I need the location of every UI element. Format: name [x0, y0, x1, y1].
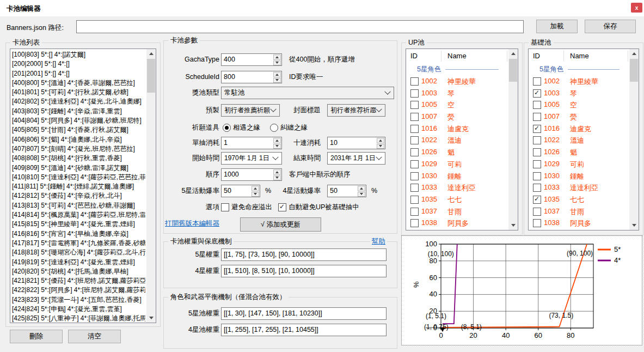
pool-row-checkbox[interactable] — [410, 101, 419, 109]
pool-row-checkbox[interactable] — [410, 208, 419, 216]
ten-cost-spinner[interactable]: 10 — [327, 137, 385, 149]
banner-list-item[interactable]: [400|800] 5*:[溫迪] 4*:[香菱,菲謝爾,芭芭拉] — [12, 78, 145, 88]
pool-row-checkbox[interactable] — [410, 184, 419, 192]
help-link[interactable]: 幫助 — [370, 237, 387, 246]
banner-list-item[interactable]: [418|818] 5*:[珊瑚宮心海] 4*:[蘿莎莉亞,北斗,行秋] — [12, 248, 145, 257]
pool-row-checkbox[interactable] — [533, 208, 541, 216]
gachatype-spinner[interactable]: 400 — [221, 53, 282, 66]
pool-weight4-input[interactable]: [[1, 255], [17, 255], [21, 10455]] — [221, 324, 387, 336]
pool-row-checkbox[interactable] — [410, 125, 419, 133]
banner-list-item[interactable]: [421|821] 5*:[優菈] 4*:[班尼特,諾艾爾,蘿莎莉亞] — [12, 276, 145, 286]
banner-list-item[interactable]: [415|815] 5*:[神里綾華] 4*:[凝光,重雲,煙緋] — [12, 220, 145, 229]
scroll-up-button[interactable] — [508, 49, 518, 58]
rate5-updown[interactable] — [252, 185, 260, 197]
pool-row-checkbox[interactable] — [410, 160, 419, 168]
scheduleid-updown[interactable] — [273, 71, 281, 83]
banner-list-item[interactable]: [408|808] 5*:[胡桃] 4*:[行秋,重雲,香菱] — [12, 154, 145, 163]
pool-row[interactable]: 1029 可莉 — [406, 158, 508, 170]
order-value[interactable]: 1000 — [222, 169, 273, 180]
scroll-down-button[interactable] — [629, 221, 639, 230]
pool-row[interactable]: 1005 空 — [406, 99, 508, 111]
banner-list-item[interactable]: [100|803] 5*:[] 4*:[諾艾爾] — [12, 50, 145, 59]
pool-row[interactable]: 1007 熒 — [529, 111, 629, 123]
ten-cost-updown[interactable] — [377, 137, 385, 149]
banner-list-item[interactable]: [416|816] 5*:[宵宮] 4*:[早柚,迪奧娜,辛焱] — [12, 229, 145, 239]
pool-row[interactable]: 1038 阿貝多 — [529, 217, 629, 229]
pool-row[interactable]: 1003 琴 — [529, 87, 629, 99]
pool-row-checkbox[interactable] — [533, 160, 541, 168]
pool-row-checkbox[interactable] — [410, 219, 419, 227]
cover-title-select[interactable]: 初行者推荐祈愿 — [327, 104, 385, 117]
open-legacy-editor-link[interactable]: 打開舊版本編輯器 — [165, 217, 219, 230]
pool-row[interactable]: 1003 琴 — [406, 87, 508, 99]
pool-row[interactable]: 1016 迪盧克 — [406, 123, 508, 135]
checkbox-avoid-constellation-overflow[interactable] — [221, 203, 229, 211]
pool-row-checkbox[interactable] — [533, 148, 541, 156]
gachatype-updown[interactable] — [273, 54, 281, 65]
pool-row[interactable]: 1026 魈 — [529, 146, 629, 158]
banner-list-item[interactable]: [401|801] 5*:[可莉] 4*:[行秋,諾艾爾,砂糖] — [12, 88, 145, 97]
banner-list-item[interactable]: [403|803] 5*:[鍾離] 4*:[辛焱,雷澤,重雲] — [12, 107, 145, 116]
path-input[interactable] — [76, 20, 524, 33]
rate5-value[interactable]: 50 — [222, 185, 252, 197]
banner-list-scrollbar[interactable] — [146, 49, 156, 323]
up-pool-scrollbar[interactable] — [508, 49, 518, 230]
end-time-picker[interactable]: 2031年 1月 1日 — [327, 152, 385, 165]
scroll-up-button[interactable] — [629, 49, 639, 58]
pool-row-checkbox[interactable] — [533, 125, 541, 133]
pool-row[interactable]: 1037 甘雨 — [406, 205, 508, 217]
pool-row-checkbox[interactable] — [533, 113, 541, 121]
pool-row[interactable]: 1038 阿貝多 — [406, 217, 508, 229]
pool-row[interactable]: 1016 迪盧克 — [529, 123, 629, 135]
pool-row[interactable]: 1029 可莉 — [529, 158, 629, 170]
pool-row-checkbox[interactable] — [410, 172, 419, 180]
pool-row[interactable]: 1030 鍾離 — [406, 170, 508, 182]
pool-row[interactable]: 1005 空 — [529, 99, 629, 111]
rate5-spinner[interactable]: 50 — [221, 185, 260, 197]
scroll-down-button[interactable] — [146, 313, 156, 323]
banner-list-item[interactable]: [413|813] 5*:[可莉] 4*:[芭芭拉,砂糖,菲謝爾] — [12, 201, 145, 210]
pool-row-checkbox[interactable] — [410, 196, 419, 204]
banner-list-item[interactable]: [402|802] 5*:[達達利亞] 4*:[凝光,北斗,迪奧娜] — [12, 97, 145, 106]
banner-list-item[interactable]: [405|805] 5*:[甘雨] 4*:[香菱,行秋,諾艾爾] — [12, 125, 145, 135]
weight5-input[interactable]: [[1, 75], [73, 150], [90, 10000]] — [221, 248, 387, 261]
single-cost-value[interactable]: 1 — [222, 137, 273, 149]
pool-type-select[interactable]: 常駐池 — [221, 87, 394, 99]
pool-row[interactable]: 1002 神里綾華 — [529, 75, 629, 87]
pool-row-checkbox[interactable] — [533, 89, 541, 98]
banner-list-item[interactable]: [407|807] 5*:[刻晴] 4*:[凝光,班尼特,芭芭拉] — [12, 144, 145, 154]
banner-list-item[interactable]: [410|810] 5*:[達達利亞] 4*:[蘿莎莉亞,芭芭拉,菲謝爾] — [12, 173, 145, 182]
scheduleid-spinner[interactable]: 800 — [221, 71, 282, 83]
preset-select[interactable]: 初行者推薦祈願 — [221, 104, 280, 117]
pool-row[interactable]: 1030 鍾離 — [529, 170, 629, 182]
scrollbar-thumb[interactable] — [147, 59, 155, 93]
pool-row-checkbox[interactable] — [533, 101, 541, 109]
pool-row-checkbox[interactable] — [533, 184, 541, 192]
scheduleid-value[interactable]: 800 — [222, 71, 273, 83]
banner-list-item[interactable]: [406|806] 5*:[魈] 4*:[迪奧娜,北斗,辛焱] — [12, 135, 145, 144]
pool-row-checkbox[interactable] — [410, 136, 419, 144]
radio-acquaint-fate[interactable] — [223, 124, 231, 132]
delete-button[interactable]: 刪除 — [10, 330, 63, 343]
order-updown[interactable] — [273, 169, 281, 180]
rate4-spinner[interactable]: 50 — [327, 185, 366, 197]
order-spinner[interactable]: 1000 — [221, 168, 282, 181]
pool-row-checkbox[interactable] — [410, 113, 419, 121]
banner-list-item[interactable]: [423|823] 5*:[荒瀧一斗] 4*:[五郎,芭芭拉,香菱] — [12, 295, 145, 305]
banner-list-item[interactable]: [414|814] 5*:[楓原萬葉] 4*:[蘿莎莉亞,班尼特,雷澤] — [12, 210, 145, 220]
banner-list-item[interactable]: [404|804] 5*:[阿貝多] 4*:[菲謝爾,砂糖,班尼特] — [12, 116, 145, 125]
clear-button[interactable]: 清空 — [68, 330, 121, 343]
pool-row-checkbox[interactable] — [533, 196, 541, 204]
load-button[interactable]: 加載 — [536, 20, 578, 33]
banner-list-item[interactable]: [422|822] 5*:[阿貝多] 4*:[班尼特,諾艾爾,蘿莎莉亞] — [12, 286, 145, 295]
banner-list-item[interactable]: [425|825] 5*:[八重神子] 4*:[菲謝爾,迪奧娜,托馬] — [12, 314, 145, 323]
banner-list-item[interactable]: [200|2000] 5*:[] 4*:[] — [12, 59, 145, 69]
pool-row[interactable]: 1033 達達利亞 — [529, 181, 629, 193]
scrollbar-thumb[interactable] — [509, 59, 517, 82]
pool-row[interactable]: 1022 溫迪 — [529, 134, 629, 146]
pool-row[interactable]: 1022 溫迪 — [406, 134, 508, 146]
base-pool-scrollbar[interactable] — [629, 49, 639, 230]
ten-cost-value[interactable]: 10 — [328, 137, 377, 149]
rate4-value[interactable]: 50 — [328, 185, 358, 197]
banner-list-item[interactable]: [424|824] 5*:[申鶴] 4*:[凝光,重雲,雲堇] — [12, 305, 145, 314]
